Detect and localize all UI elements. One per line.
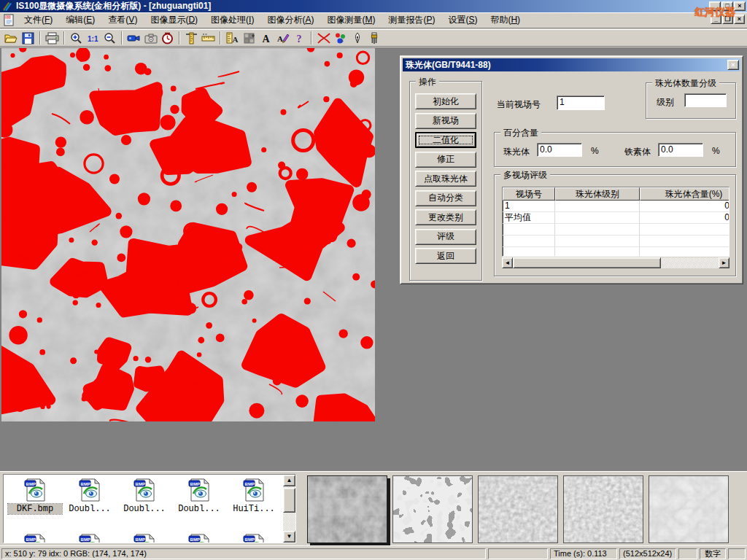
cursor-position-status: x: 510 y: 79 idx: 0 RGB: (174, 174, 174) bbox=[1, 548, 486, 559]
thumbnail-3[interactable] bbox=[478, 475, 558, 543]
scroll-right-icon[interactable]: ► bbox=[719, 257, 729, 268]
file-item-row2-3[interactable]: BMP bbox=[172, 533, 226, 543]
grid-measure-button[interactable] bbox=[241, 30, 258, 46]
status-bar: x: 510 y: 79 idx: 0 RGB: (174, 174, 174)… bbox=[0, 545, 747, 560]
zoom-out-button[interactable] bbox=[101, 30, 118, 46]
text-button[interactable]: A bbox=[258, 30, 274, 46]
menu-item-0[interactable]: 文件(F) bbox=[18, 12, 59, 28]
op-button-1[interactable]: 新视场 bbox=[415, 113, 476, 129]
scrollbar-thumb[interactable] bbox=[283, 488, 295, 513]
file-item-4[interactable]: BMP HuiTi... bbox=[227, 478, 281, 514]
table-header-0[interactable]: 视场号 bbox=[503, 187, 555, 201]
table-row[interactable]: 平均值0.0 bbox=[503, 212, 729, 224]
file-item-3[interactable]: BMP Doubl... bbox=[172, 478, 226, 514]
file-item-row2-4[interactable]: BMP bbox=[227, 533, 281, 543]
op-button-3[interactable]: 修正 bbox=[415, 152, 476, 168]
pen-tool-icon bbox=[352, 32, 363, 44]
menu-item-9[interactable]: 帮助(H) bbox=[484, 12, 527, 28]
menu-item-5[interactable]: 图像分析(A) bbox=[260, 12, 320, 28]
caliper-button[interactable] bbox=[183, 30, 200, 46]
grade-input[interactable] bbox=[684, 93, 727, 107]
table-header-2[interactable]: 珠光体含量(%) bbox=[640, 187, 729, 201]
annotate-button[interactable]: A bbox=[274, 30, 291, 46]
file-name[interactable]: Doubl... bbox=[63, 504, 117, 514]
curve-tool-button[interactable] bbox=[315, 30, 332, 46]
save-button[interactable] bbox=[20, 30, 36, 46]
thumbnail-4[interactable] bbox=[563, 475, 643, 543]
file-item-row2-1[interactable]: BMP bbox=[63, 533, 117, 543]
table-row[interactable]: 10.0 bbox=[503, 201, 729, 212]
table-header-1[interactable]: 珠光体级别 bbox=[555, 187, 640, 201]
op-button-2[interactable]: 二值化 bbox=[415, 132, 476, 148]
current-field-input[interactable]: 1 bbox=[557, 96, 605, 110]
file-item-2[interactable]: BMP Doubl... bbox=[117, 478, 171, 514]
thumbnail-1[interactable] bbox=[307, 475, 387, 543]
menu-item-7[interactable]: 测量报告(P) bbox=[382, 12, 441, 28]
file-name[interactable]: HuiTi... bbox=[227, 504, 281, 514]
zoom-in-button[interactable] bbox=[68, 30, 85, 46]
timer-button[interactable] bbox=[159, 30, 176, 46]
scroll-up-icon[interactable]: ▲ bbox=[283, 475, 295, 486]
toolbar-separator bbox=[179, 31, 180, 44]
scrollbar-thumb[interactable] bbox=[513, 257, 661, 268]
op-button-6[interactable]: 更改类别 bbox=[415, 209, 476, 225]
menu-bar: DOC 文件(F)编辑(E)查看(V)图像显示(D)图像处理(I)图像分析(A)… bbox=[0, 12, 747, 28]
count-points-button[interactable]: 3 bbox=[332, 30, 349, 46]
ruler-button[interactable] bbox=[200, 30, 217, 46]
dialog-close-button[interactable]: × bbox=[727, 60, 739, 70]
svg-text:BMP: BMP bbox=[136, 537, 145, 542]
ruler-icon bbox=[201, 33, 215, 44]
child-close-button[interactable]: × bbox=[734, 15, 745, 24]
op-button-4[interactable]: 点取珠光体 bbox=[415, 171, 476, 187]
thumbnail-5[interactable] bbox=[649, 475, 729, 543]
ferrite-label: 铁素体 bbox=[624, 146, 651, 158]
brush-tool-button[interactable] bbox=[365, 30, 382, 46]
toolbar-separator bbox=[63, 31, 65, 44]
file-name[interactable]: Doubl... bbox=[172, 504, 226, 514]
menu-item-3[interactable]: 图像显示(D) bbox=[144, 12, 204, 28]
menu-item-1[interactable]: 编辑(E) bbox=[59, 12, 101, 28]
window-close-button[interactable]: × bbox=[734, 1, 746, 11]
op-button-8[interactable]: 返回 bbox=[415, 248, 476, 264]
op-button-7[interactable]: 评级 bbox=[415, 229, 476, 245]
percent-group-label: 百分含量 bbox=[500, 127, 541, 139]
measure-label-button[interactable]: A bbox=[224, 30, 241, 46]
table-cell-pearlite: 0.0 bbox=[640, 212, 729, 224]
pearlite-input[interactable]: 0.0 bbox=[537, 143, 582, 157]
camera-capture-button[interactable] bbox=[142, 30, 159, 46]
file-list-scrollbar[interactable]: ▲ ▼ bbox=[283, 475, 295, 542]
op-button-5[interactable]: 自动分类 bbox=[415, 190, 476, 206]
table-horizontal-scrollbar[interactable]: ◄ ► bbox=[502, 257, 729, 268]
rating-table[interactable]: 视场号珠光体级别珠光体含量(%)铁素体 10.0平均值0.0 bbox=[502, 187, 729, 257]
svg-text:BMP: BMP bbox=[136, 482, 145, 486]
scroll-down-icon[interactable]: ▼ bbox=[283, 531, 295, 542]
menu-item-8[interactable]: 设置(S) bbox=[441, 12, 484, 28]
file-name[interactable]: Doubl... bbox=[117, 504, 171, 514]
menu-item-6[interactable]: 图像测量(M) bbox=[320, 12, 382, 28]
scroll-left-icon[interactable]: ◄ bbox=[502, 257, 513, 268]
table-row-empty bbox=[503, 247, 729, 257]
file-item-row2-2[interactable]: BMP bbox=[117, 533, 171, 543]
pearlite-unit: % bbox=[591, 146, 599, 156]
pen-tool-button[interactable] bbox=[349, 30, 365, 46]
metallographic-image[interactable] bbox=[1, 48, 375, 421]
file-item-1[interactable]: BMP Doubl... bbox=[63, 478, 117, 514]
svg-text:A: A bbox=[232, 35, 238, 44]
file-item-row2-0[interactable]: BMP bbox=[8, 533, 62, 543]
thumbnail-2[interactable] bbox=[392, 475, 473, 543]
open-file-button[interactable] bbox=[3, 30, 20, 46]
dialog-title-bar[interactable]: 珠光体(GB/T9441-88) × bbox=[403, 58, 740, 71]
menu-item-4[interactable]: 图像处理(I) bbox=[204, 12, 260, 28]
print-button[interactable] bbox=[44, 30, 61, 46]
help-button[interactable]: ? bbox=[291, 30, 308, 46]
svg-text:BMP: BMP bbox=[26, 482, 36, 486]
actual-size-button[interactable]: 1:1 bbox=[85, 30, 101, 46]
file-item-0[interactable]: BMP DKF.bmp bbox=[8, 478, 62, 514]
file-name[interactable]: DKF.bmp bbox=[8, 504, 62, 514]
grade-group-label: 珠光体数量分级 bbox=[652, 77, 719, 90]
ferrite-input[interactable]: 0.0 bbox=[658, 143, 703, 157]
menu-item-2[interactable]: 查看(V) bbox=[101, 12, 144, 28]
op-button-0[interactable]: 初始化 bbox=[415, 93, 476, 109]
current-field-label: 当前视场号 bbox=[497, 98, 541, 111]
video-camera-button[interactable] bbox=[125, 30, 142, 46]
